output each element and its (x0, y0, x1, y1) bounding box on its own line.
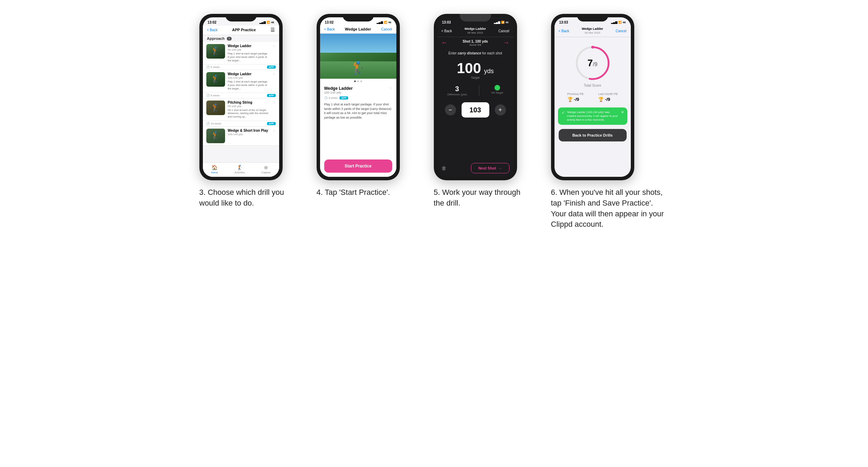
next-shot-btn[interactable]: Next Shot → (471, 163, 509, 173)
drill-list-1: 🏌️ Wedge Ladder 50-100 yds Play 1 shot a… (203, 42, 279, 162)
nav-title-1: APP Practice (232, 28, 256, 32)
hero-sky (320, 34, 396, 53)
increment-btn[interactable]: + (495, 104, 506, 115)
home-icon: 🏠 (212, 165, 217, 170)
next-shot-row: 🗑 Next Shot → (437, 160, 514, 177)
app-badge-1: APP (267, 94, 275, 97)
caption-1: 3. Choose which drill you would like to … (199, 187, 297, 209)
phone-3: 13:03 ▂▄▆ 📶 46 < Back Wedge Ladder 06 Ma… (434, 14, 517, 180)
golfer-icon-0: 🏌️ (206, 44, 225, 59)
phone-2-screen: 13:02 ▂▄▆ 📶 46 < Back Wedge Ladder Cance… (320, 17, 396, 177)
hit-stat: Hit Target (491, 85, 503, 96)
wifi-icon-1: 📶 (267, 21, 270, 24)
shot-nav: ← Shot 1, 100 yds Score 5/9 → (437, 37, 514, 49)
phone-column-1: 13:02 ▂▄▆ 📶 46 < Back APP Practice ☰ App… (199, 14, 307, 209)
drill-card-0[interactable]: 🏌️ Wedge Ladder 50-100 yds Play 1 shot a… (203, 42, 279, 64)
prev-arrow[interactable]: ← (441, 39, 448, 46)
shot-score: Score 5/9 (463, 43, 488, 46)
status-icons-3: ▂▄▆ 📶 46 (494, 21, 509, 24)
detail-desc-2: Play 1 shot at each target yardage. If y… (324, 102, 392, 120)
drill-card-1[interactable]: 🏌️ Wedge Ladder 100-140 yds Play 1 shot … (203, 70, 279, 93)
back-btn-4[interactable]: < Back (559, 29, 569, 33)
drill-title-0: Wedge Ladder (228, 44, 270, 48)
next-arrow[interactable]: → (503, 39, 509, 46)
hit-label: Hit Target (491, 91, 503, 94)
detail-title-2: Wedge Ladder (324, 86, 353, 91)
golfer-icon-3: 🏌️ (206, 129, 225, 143)
nav-title-4: Wedge Ladder 06 Mar 2023 (582, 27, 603, 35)
detail-header-2: Wedge Ladder 100-140 yds ☆ (324, 86, 392, 95)
stats-row: 3 Difference (yds) Hit Target (437, 81, 514, 98)
golfer-icon-2: 🏌️ (206, 101, 225, 115)
distance-input[interactable]: 103 (462, 102, 489, 118)
tab-activities[interactable]: 🏌️ Activities (234, 165, 245, 174)
menu-icon-1[interactable]: ☰ (270, 27, 275, 33)
status-time-4: 13:03 (559, 20, 568, 24)
star-icon-0[interactable]: ☆ (273, 44, 276, 48)
drill-desc-2: Hit 1 shot at each of the 10 target dist… (228, 109, 270, 119)
tab-bar-1: 🏠 Home 🏌️ Activities ⊕ Capture (203, 162, 279, 177)
notch-1 (225, 14, 257, 21)
phone-column-3: 13:03 ▂▄▆ 📶 46 < Back Wedge Ladder 06 Ma… (434, 14, 541, 209)
phone-1-screen: 13:02 ▂▄▆ 📶 46 < Back APP Practice ☰ App… (203, 17, 279, 177)
wifi-icon-4: 📶 (618, 21, 622, 24)
drill-title-1: Wedge Ladder (228, 72, 270, 76)
star-icon-detail[interactable]: ☆ (389, 86, 392, 90)
decrement-btn[interactable]: − (445, 104, 456, 115)
section-label-1: Approach (207, 36, 225, 41)
back-to-drills-btn[interactable]: Back to Practice Drills (559, 129, 627, 141)
nav-title-3: Wedge Ladder 06 Mar 2023 (464, 27, 486, 35)
notch-3 (460, 14, 491, 21)
dot-2 (357, 80, 359, 82)
shot-title-block: Shot 1, 100 yds Score 5/9 (463, 40, 488, 46)
nav-bar-2: < Back Wedge Ladder Cancel (320, 26, 396, 34)
tab-home[interactable]: 🏠 Home (211, 165, 218, 174)
cancel-btn-2[interactable]: Cancel (381, 27, 392, 31)
drill-yardage-2: 55-100 yds (228, 105, 270, 108)
drill-card-3[interactable]: 🏌️ Wedge & Short Iron Play 100-140 yds ☆ (203, 127, 279, 146)
tab-capture[interactable]: ⊕ Capture (261, 165, 271, 174)
success-toast: ✓ 'Wedge Ladder (100-140 yds)' was creat… (558, 107, 627, 125)
toast-close-icon[interactable]: ✕ (621, 110, 624, 114)
drill-info-1: Wedge Ladder 100-140 yds Play 1 shot at … (228, 72, 270, 90)
caption-2: 4. Tap 'Start Practice'. (317, 187, 390, 198)
star-icon-2[interactable]: ☆ (273, 101, 276, 104)
start-btn-container: Start Practice (320, 157, 396, 177)
detail-content-2: Wedge Ladder 100-140 yds ☆ 🕐 9 shots APP… (320, 83, 396, 157)
input-row: − 103 + (437, 98, 514, 122)
score-circle: 7/9 (574, 44, 612, 82)
start-practice-btn[interactable]: Start Practice (324, 159, 392, 173)
trophy-icon-2: 🏆 (598, 97, 604, 102)
target-unit: yds (484, 68, 494, 75)
drill-footer-1: 🕐 9 shots APP (203, 93, 279, 98)
status-time-1: 13:02 (208, 20, 217, 24)
drill-desc-1: Play 1 shot at each target yardage. If y… (228, 80, 270, 90)
app-badge-0: APP (267, 66, 275, 69)
drill-desc-0: Play 1 shot at each target yardage. If y… (228, 52, 270, 62)
back-btn-1[interactable]: < Back (207, 28, 218, 32)
pb-row: Previous PB 🏆 -/9 Last month PB 🏆 -/9 (555, 90, 631, 105)
cancel-btn-3[interactable]: Cancel (498, 29, 509, 33)
drill-title-2: Pitching String (228, 101, 270, 104)
star-icon-3[interactable]: ☆ (273, 129, 276, 132)
score-circle-container: 7/9 Total Score (555, 37, 631, 90)
hero-golfer: 🏌️ (350, 61, 366, 75)
notch-4 (577, 14, 608, 21)
last-month-pb: Last month PB 🏆 -/9 (598, 92, 618, 102)
diff-value: 3 (447, 85, 467, 93)
detail-shots: 🕐 9 shots (324, 96, 338, 100)
back-btn-3[interactable]: < Back (441, 29, 452, 33)
drill-title-3: Wedge & Short Iron Play (228, 129, 270, 132)
drill-card-2[interactable]: 🏌️ Pitching String 55-100 yds Hit 1 shot… (203, 98, 279, 121)
toast-text: 'Wedge Ladder (100-140 yds)' was created… (567, 110, 619, 122)
trash-icon[interactable]: 🗑 (441, 165, 446, 171)
prev-pb-label: Previous PB (567, 92, 584, 96)
drill-thumb-3: 🏌️ (206, 129, 225, 143)
detail-title-block: Wedge Ladder 100-140 yds (324, 86, 353, 95)
drill-yardage-0: 50-100 yds (228, 48, 270, 51)
star-icon-1[interactable]: ☆ (273, 72, 276, 76)
cancel-btn-4[interactable]: Cancel (616, 29, 626, 33)
drill-info-0: Wedge Ladder 50-100 yds Play 1 shot at e… (228, 44, 270, 62)
back-btn-2[interactable]: < Back (324, 27, 335, 31)
diff-stat: 3 Difference (yds) (447, 85, 467, 96)
